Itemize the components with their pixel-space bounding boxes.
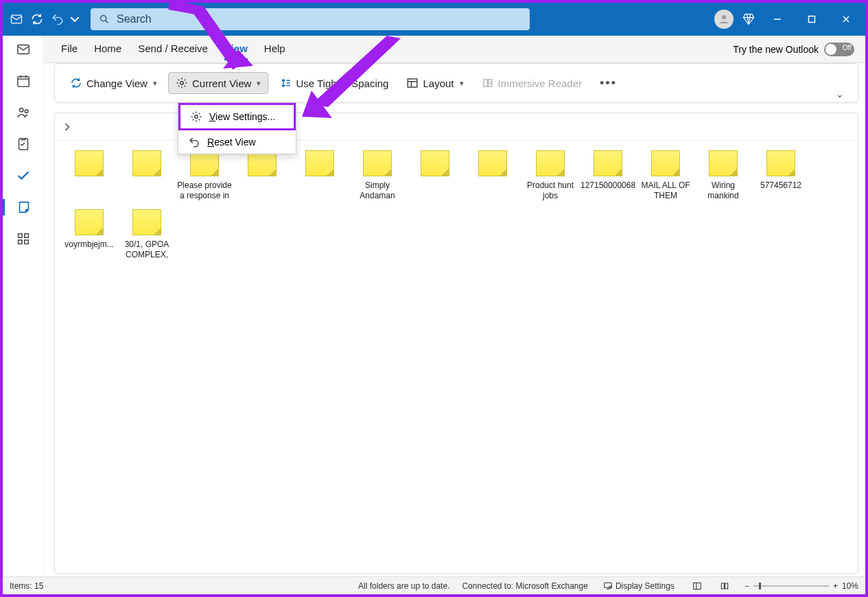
note-item[interactable] (60, 148, 118, 207)
note-item-label: 1271500000689 (580, 180, 635, 191)
change-view-label: Change View (86, 78, 148, 89)
tab-home[interactable]: Home (94, 38, 121, 60)
svg-rect-15 (408, 79, 418, 87)
svg-rect-4 (809, 16, 815, 23)
zoom-slider[interactable] (753, 585, 829, 587)
close-button[interactable] (832, 8, 860, 30)
qat-dropdown-icon[interactable] (70, 11, 80, 27)
sticky-note-icon (363, 150, 392, 176)
notes-icon[interactable] (3, 199, 43, 215)
title-bar-right (714, 8, 860, 30)
tab-help[interactable]: Help (264, 38, 285, 60)
view-settings-menu-item[interactable]: View Settings... (178, 103, 296, 130)
content-area: Please provide a response in aSimply And… (54, 113, 858, 574)
diamond-icon[interactable] (740, 11, 757, 27)
change-view-button[interactable]: Change View▾ (63, 73, 164, 93)
svg-rect-12 (18, 240, 22, 244)
svg-point-8 (25, 110, 28, 113)
sticky-note-icon (75, 150, 104, 176)
note-item[interactable]: Wiring mankind (694, 148, 752, 207)
note-item[interactable] (464, 148, 521, 207)
view-normal-button[interactable] (690, 580, 705, 592)
left-nav-rail (3, 36, 44, 576)
svg-rect-17 (605, 583, 612, 587)
note-item[interactable]: MAIL ALL OF THEM (637, 148, 694, 207)
note-item[interactable]: voyrmbjejm... (60, 207, 118, 266)
zoom-plus-icon[interactable]: + (833, 581, 838, 591)
sticky-note-icon (709, 150, 738, 176)
immersive-reader-button: Immersive Reader (475, 73, 589, 93)
menu-tabs: File Home Send / Receive View Help Try t… (3, 36, 865, 63)
note-item[interactable]: 577456712 (752, 148, 810, 207)
apps-icon[interactable] (15, 231, 32, 247)
current-view-dropdown: View Settings... Reset View (178, 102, 296, 154)
note-item[interactable] (233, 148, 291, 207)
search-placeholder: Search (117, 13, 152, 25)
svg-rect-19 (694, 583, 701, 589)
search-input[interactable]: Search (91, 8, 530, 30)
svg-rect-13 (24, 240, 28, 244)
zoom-control[interactable]: − + 10% (744, 581, 858, 591)
display-settings-button[interactable]: Display Settings (600, 580, 677, 592)
svg-point-1 (101, 16, 106, 21)
reset-view-label: Reset View (207, 137, 256, 148)
immersive-reader-label: Immersive Reader (498, 78, 583, 89)
sync-icon[interactable] (29, 11, 45, 27)
sticky-note-icon (421, 150, 449, 176)
svg-point-7 (19, 108, 23, 113)
note-item[interactable] (118, 148, 176, 207)
current-view-label: Current View (192, 78, 251, 89)
sticky-note-icon (75, 209, 104, 235)
svg-rect-0 (12, 15, 22, 23)
zoom-level: 10% (842, 581, 858, 591)
tighter-spacing-button[interactable]: Use Tighter Spacing (272, 73, 395, 93)
view-reading-button[interactable] (717, 580, 732, 592)
current-view-button[interactable]: Current View▾ (168, 72, 268, 94)
note-item-label: 30/1, GPOA COMPLEX, (119, 239, 174, 260)
avatar[interactable] (714, 10, 734, 29)
todo-icon[interactable] (15, 167, 32, 184)
undo-icon[interactable] (49, 11, 66, 27)
outlook-icon[interactable] (8, 11, 25, 27)
note-item[interactable]: 30/1, GPOA COMPLEX, (118, 207, 176, 266)
note-item[interactable]: Please provide a response in a (176, 148, 233, 207)
maximize-button[interactable] (798, 8, 825, 30)
note-item[interactable]: Product hunt jobs (521, 148, 579, 207)
note-item-label: Product hunt jobs (523, 180, 578, 201)
note-item[interactable]: 1271500000689 (579, 148, 637, 207)
tasks-icon[interactable] (15, 136, 32, 152)
note-item-label: 577456712 (760, 180, 801, 191)
ribbon-more-button[interactable]: ••• (593, 72, 624, 95)
layout-button[interactable]: Layout▾ (399, 73, 470, 93)
note-item[interactable] (406, 148, 464, 207)
tab-send-receive[interactable]: Send / Receive (138, 38, 208, 60)
try-new-toggle[interactable] (824, 43, 854, 56)
zoom-minus-icon[interactable]: − (744, 581, 749, 591)
display-settings-icon (603, 581, 613, 591)
status-item-count: Items: 15 (10, 581, 43, 591)
minimize-button[interactable] (764, 8, 791, 30)
note-item[interactable] (291, 148, 349, 207)
note-item[interactable]: Simply Andaman (349, 148, 406, 207)
people-icon[interactable] (15, 104, 32, 121)
sticky-note-icon (766, 150, 795, 176)
view-settings-label: View Settings... (209, 111, 275, 122)
sticky-note-icon (132, 150, 161, 176)
chevron-right-icon (63, 123, 71, 131)
tab-view[interactable]: View (224, 38, 248, 60)
svg-point-2 (722, 15, 726, 19)
calendar-icon[interactable] (15, 73, 32, 89)
folder-expand-button[interactable] (55, 113, 858, 141)
ribbon-collapse-button[interactable]: ⌄ (830, 86, 849, 102)
sticky-note-icon (478, 150, 507, 176)
ribbon: Change View▾ Current View▾ Use Tighter S… (54, 63, 858, 103)
status-sync: All folders are up to date. (358, 581, 449, 591)
status-bar: Items: 15 All folders are up to date. Co… (3, 576, 865, 594)
items-grid: Please provide a response in aSimply And… (55, 141, 858, 272)
layout-label: Layout (423, 78, 454, 89)
svg-point-14 (180, 82, 184, 85)
mail-icon[interactable] (15, 41, 32, 58)
tighter-spacing-label: Use Tighter Spacing (296, 78, 388, 89)
reset-view-menu-item[interactable]: Reset View (178, 130, 296, 154)
tab-file[interactable]: File (61, 38, 78, 60)
